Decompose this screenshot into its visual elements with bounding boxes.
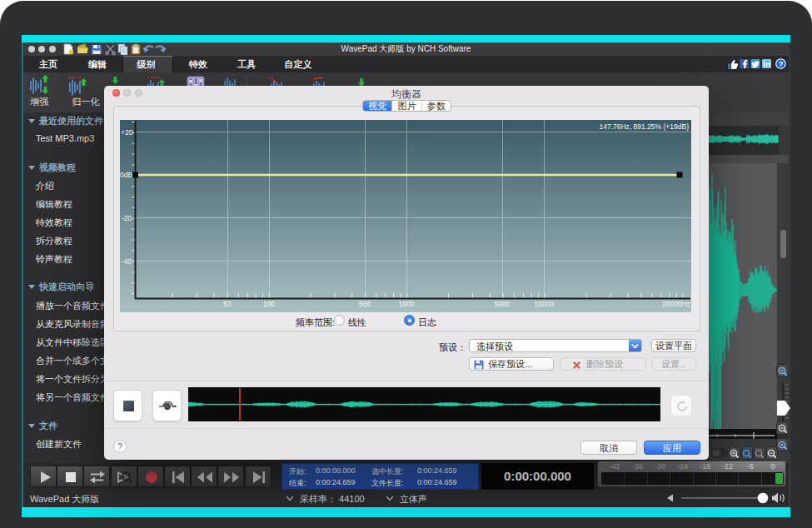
svg-text:1000: 1000: [399, 300, 415, 308]
svg-text:147.76Hz, 891.25% (+19dB): 147.76Hz, 891.25% (+19dB): [599, 122, 689, 131]
svg-text:20000Hz: 20000Hz: [662, 300, 690, 308]
svg-text:-20: -20: [122, 214, 132, 222]
svg-text:500: 500: [359, 300, 371, 308]
svg-text:-40: -40: [122, 257, 132, 266]
svg-text:5000: 5000: [495, 300, 511, 308]
svg-text:10000: 10000: [534, 300, 554, 308]
svg-text:50: 50: [223, 300, 232, 308]
svg-text:+20: +20: [121, 128, 133, 137]
svg-text:0dB: 0dB: [120, 171, 132, 179]
svg-text:?: ?: [779, 60, 784, 68]
svg-text:100: 100: [263, 300, 275, 308]
